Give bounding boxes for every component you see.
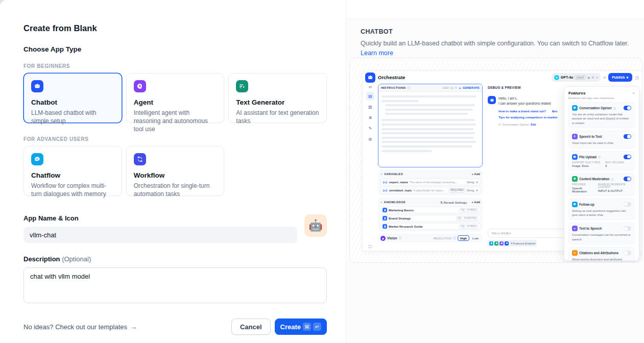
collapse-icon: ∨	[380, 201, 383, 204]
model-selector: ✦ GPT-4o CHAT ◉ ⚙ ∨	[552, 73, 601, 82]
feature-meta: PROVIDEROpenAI Moderation	[572, 183, 593, 193]
app-name-label: App Name & Icon	[23, 214, 297, 222]
variable-description: The name of the strategic consulting...	[410, 181, 465, 184]
collapse-icon: ∨	[380, 173, 383, 176]
app-type-card[interactable]: Text Generator AI assistant for text gen…	[228, 73, 327, 123]
templates-link[interactable]: No ideas? Check out our templates →	[23, 323, 137, 331]
description-input[interactable]: chat with vllm model	[23, 267, 327, 303]
app-type-card[interactable]: Chatflow Workflow for complex multi-turn…	[23, 146, 122, 196]
app-type-title: Workflow	[134, 172, 217, 179]
variable-name: expert_name	[389, 181, 408, 184]
app-type-title: Text Generator	[236, 99, 319, 106]
app-type-icon	[31, 153, 43, 165]
app-icon-emoji: 🤖	[308, 219, 322, 232]
preview-panel: CHATBOT Quickly build an LLM-based chatb…	[346, 0, 644, 343]
feature-icon	[572, 250, 578, 256]
app-type-description: Intelligent agent with reasoning and aut…	[134, 109, 217, 134]
arrow-right-icon: →	[130, 323, 137, 331]
enabled-feature-icon	[499, 241, 504, 246]
type-box-icon: ⊞	[475, 181, 478, 184]
app-type-card[interactable]: Workflow Orchestration for single-turn a…	[126, 146, 225, 196]
app-icon-picker[interactable]: 🤖	[304, 214, 327, 237]
enabled-feature-icon	[494, 241, 498, 246]
cmd-key-icon: ⌘	[303, 323, 311, 331]
vision-label: Vision	[387, 236, 397, 240]
app-type-description: AI assistant for text generation tasks	[236, 109, 319, 125]
knowledge-label: KNOWLEDGE	[384, 201, 406, 204]
resolution-low-option: Low	[471, 236, 480, 240]
create-button[interactable]: Create ⌘ ↵	[275, 318, 327, 335]
feature-title: Content Moderation	[579, 177, 609, 181]
feature-toggle	[624, 226, 631, 231]
feature-meta: SUPPORT FILE TYPESImage, Docs	[572, 161, 600, 168]
feature-icon	[572, 154, 578, 160]
feature-title: Conversation Opener	[579, 106, 612, 110]
feature-item: Speech to Text Voice input can be used i…	[568, 131, 635, 148]
app-type-card[interactable]: Chatbot LLM-based chatbot with simple se…	[23, 73, 122, 123]
app-type-description: LLM-based chatbot with simple setup	[31, 109, 114, 125]
orchestrate-config-column: INSTRUCTIONS ⓘ 2182 {x} ⎘ ✦ GENERATE	[378, 84, 483, 248]
variables-panel: ∨ VARIABLES + Add {x} expert_name	[378, 169, 483, 195]
preview-top-strip	[346, 0, 644, 19]
feature-item: File Upload ⓘ SUPPORT FILE TYPESImage, D…	[568, 151, 635, 171]
feature-title: Speech to Text	[579, 135, 602, 138]
learn-more-link[interactable]: Learn more	[361, 50, 393, 57]
required-badge: REQUIRED	[449, 188, 465, 192]
feature-icon	[572, 105, 578, 111]
web-nav-icon: ◍	[366, 135, 374, 143]
feature-meta-row: PROVIDEROpenAI ModerationENABLED MODERAT…	[572, 183, 631, 193]
app-name-row: App Name & Icon 🤖	[23, 214, 327, 243]
swap-icon: ⇄	[369, 85, 372, 89]
resolution-label: RESOLUTION	[434, 237, 452, 240]
feature-meta-row: SUPPORT FILE TYPESImage, DocsMAX UPLOADS…	[572, 161, 631, 168]
app-type-icon	[134, 153, 146, 165]
cancel-button[interactable]: Cancel	[231, 318, 271, 335]
suggested-question: Tips for analyzing competitors in market	[498, 116, 557, 119]
app-type-card[interactable]: Agent Intelligent agent with reasoning a…	[126, 73, 225, 123]
variable-icon: {x}	[383, 181, 388, 184]
history-icon: ◷	[635, 75, 639, 80]
model-name: GPT-4o	[561, 76, 574, 79]
feature-toggle	[624, 134, 631, 139]
knowledge-name: Market Research Guide	[389, 225, 458, 228]
group-label-beginners: FOR BEGINNERS	[23, 63, 327, 69]
handle-icon: ▢	[368, 244, 372, 249]
info-icon: ⓘ	[453, 236, 456, 240]
app-avatar	[365, 72, 375, 83]
suggested-question: Bes	[552, 110, 558, 113]
modal-footer: No ideas? Check out our templates → Canc…	[23, 318, 327, 335]
type-box-icon: ⊞	[475, 189, 478, 192]
info-icon: ⓘ	[408, 86, 411, 90]
publish-button: Publish ∨	[608, 73, 632, 82]
knowledge-row: Market Research Guide HQ · HYBRID	[380, 223, 481, 230]
tune-icon: ⇄	[603, 76, 606, 79]
app-header-title: Orchestrate	[378, 75, 405, 80]
create-form-panel: Create from Blank Choose App Type FOR BE…	[0, 0, 346, 343]
model-mode-badge: CHAT	[575, 75, 586, 80]
app-type-description: Workflow for complex multi-turn dialogue…	[31, 182, 114, 198]
feature-icon	[572, 226, 578, 231]
app-type-description: Orchestration for single-turn automation…	[134, 182, 217, 198]
rerank-settings-button: ⇅ Rerank Settings	[440, 201, 467, 204]
copy-icon: ⎘	[455, 86, 457, 90]
feature-description: Setting up next questions suggestion can…	[572, 209, 631, 217]
document-icon	[383, 208, 387, 212]
enabled-feature-icon	[505, 241, 509, 246]
preview-heading: CHATBOT	[361, 28, 630, 35]
feature-item: Citations and Attributions Show source d…	[568, 247, 635, 261]
app-header: Orchestrate ✦ GPT-4o CHAT ◉ ⚙ ∨ ⇄ Publis…	[378, 71, 639, 84]
feature-title: Follow-up	[579, 203, 594, 206]
preview-description: Quickly build an LLM-based chatbot with …	[361, 39, 630, 58]
close-icon: ×	[632, 91, 635, 95]
app-name-input[interactable]	[23, 227, 297, 243]
feature-description: Conversation messages can be converted t…	[572, 233, 631, 241]
logs-nav-icon: ≣	[366, 113, 374, 121]
variables-label: VARIABLES	[384, 173, 403, 176]
feature-toggle	[624, 251, 631, 255]
add-knowledge-button: + Add	[471, 201, 480, 204]
knowledge-row: Marketing Basics HQ · HYBRID	[380, 207, 481, 213]
feature-toggle	[624, 202, 631, 207]
variable-icon: {x}	[383, 189, 388, 192]
variable-row: {x} unrelated_topic A placeholder for to…	[380, 187, 481, 193]
feature-title: Citations and Attributions	[579, 251, 618, 255]
